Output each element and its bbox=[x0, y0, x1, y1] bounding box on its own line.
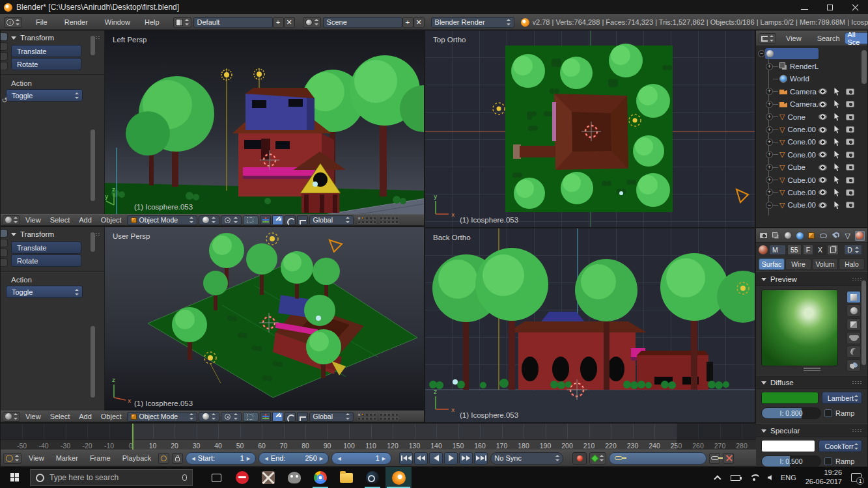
tab-constraints[interactable] bbox=[819, 231, 828, 241]
taskbar-app-explorer[interactable] bbox=[333, 467, 359, 488]
renderability-camera-icon[interactable] bbox=[846, 164, 854, 170]
close-button[interactable] bbox=[852, 4, 859, 11]
outliner-item-name[interactable]: Camera. bbox=[790, 100, 819, 108]
auto-keyframe-button[interactable] bbox=[572, 452, 587, 465]
outliner-row[interactable]: +▽Cone.00 bbox=[756, 136, 861, 148]
renderability-camera-icon[interactable] bbox=[846, 177, 854, 183]
outliner-row[interactable]: −Scene bbox=[756, 47, 861, 60]
outliner-row[interactable]: +▽Cone.00 bbox=[756, 123, 861, 135]
tray-expand-icon[interactable] bbox=[714, 475, 721, 482]
specular-shader-select[interactable]: CookTorr bbox=[819, 440, 862, 452]
tab-material[interactable] bbox=[855, 231, 865, 241]
play-button[interactable] bbox=[444, 452, 458, 465]
new-material-button[interactable] bbox=[827, 245, 839, 255]
maximize-button[interactable] bbox=[826, 4, 833, 11]
menu-render[interactable]: Render bbox=[60, 18, 92, 26]
expander-icon[interactable]: + bbox=[766, 189, 773, 196]
visibility-eye-icon[interactable] bbox=[819, 177, 827, 183]
timeline-ruler[interactable]: -50-40-30-20-100102030405060708090100110… bbox=[1, 424, 756, 451]
transform-panel-header[interactable]: Transform bbox=[1, 31, 104, 44]
current-frame-indicator[interactable] bbox=[132, 424, 133, 451]
expander-icon[interactable]: + bbox=[766, 63, 773, 70]
menu-select[interactable]: Select bbox=[46, 413, 74, 420]
prev-keyframe-button[interactable] bbox=[414, 452, 428, 465]
transform-orientation-select[interactable]: Global bbox=[309, 215, 354, 225]
preview-world-button[interactable] bbox=[847, 359, 861, 372]
delete-layout-button[interactable]: ✕ bbox=[284, 17, 295, 28]
renderability-camera-icon[interactable] bbox=[846, 88, 854, 95]
selectability-cursor-icon[interactable] bbox=[833, 163, 840, 171]
transform-panel-header[interactable]: Transform bbox=[1, 227, 104, 241]
manipulator-translate-button[interactable] bbox=[272, 412, 283, 422]
outliner-row[interactable]: −▽Cube.00 bbox=[756, 199, 861, 211]
tab-scene[interactable] bbox=[783, 231, 792, 241]
visibility-eye-icon[interactable] bbox=[819, 127, 827, 133]
visibility-eye-icon[interactable] bbox=[819, 165, 827, 170]
screen-layout-field[interactable]: Default bbox=[193, 17, 273, 28]
keying-set-type[interactable] bbox=[589, 452, 606, 465]
expander-icon[interactable]: + bbox=[766, 164, 773, 171]
outliner-item-name[interactable]: Cube bbox=[787, 163, 805, 171]
renderability-camera-icon[interactable] bbox=[846, 101, 854, 107]
menu-add[interactable]: Add bbox=[75, 413, 96, 420]
visibility-eye-icon[interactable] bbox=[819, 88, 827, 94]
outliner-display-filter[interactable]: All Sce bbox=[845, 33, 867, 44]
manipulator-rotate-button[interactable] bbox=[285, 412, 296, 422]
outliner-row[interactable]: +Camera bbox=[756, 85, 861, 98]
outliner-item-name[interactable]: Cube.00 bbox=[787, 176, 815, 184]
tab-halo[interactable]: Halo bbox=[839, 258, 865, 270]
tab-render-layers[interactable] bbox=[770, 231, 780, 241]
shelf-tab[interactable] bbox=[1, 62, 8, 70]
visibility-eye-icon[interactable] bbox=[819, 102, 827, 107]
visibility-eye-icon[interactable] bbox=[819, 114, 827, 120]
snap-button[interactable] bbox=[243, 412, 259, 422]
viewport-canvas-left-persp[interactable]: z y Left Persp (1) Icosphere.053 bbox=[105, 31, 424, 214]
selectability-cursor-icon[interactable] bbox=[833, 176, 840, 184]
tab-object[interactable] bbox=[807, 231, 817, 241]
outliner-item-name[interactable]: Cone.00 bbox=[787, 151, 815, 159]
shelf-scrollbar[interactable] bbox=[91, 129, 95, 201]
tab-modifiers[interactable] bbox=[831, 231, 841, 241]
outliner-row[interactable]: +▽Cone bbox=[756, 111, 861, 123]
insert-keyframe-button[interactable] bbox=[709, 453, 720, 464]
task-view-button[interactable] bbox=[203, 467, 229, 488]
screen-layout-browser[interactable] bbox=[173, 17, 191, 28]
preview-hair-button[interactable] bbox=[847, 346, 861, 358]
expander-icon[interactable]: + bbox=[766, 88, 773, 95]
scene-browser[interactable] bbox=[303, 17, 321, 28]
viewport-canvas-back-ortho[interactable]: z x Back Ortho (1) Icosphere.053 bbox=[425, 228, 755, 422]
expander-icon[interactable]: + bbox=[766, 101, 773, 108]
rotate-button[interactable]: Rotate bbox=[11, 58, 81, 70]
wifi-icon[interactable] bbox=[749, 474, 759, 481]
menu-view[interactable]: View bbox=[24, 454, 49, 462]
outliner-row[interactable]: +RenderL bbox=[756, 60, 861, 72]
play-reverse-button[interactable] bbox=[429, 452, 443, 465]
start-frame-field[interactable]: ◂ Start: 1 ▸ bbox=[186, 452, 256, 465]
outliner-row[interactable]: +Camera. bbox=[756, 98, 861, 111]
viewport-shading-select[interactable] bbox=[199, 412, 219, 422]
visibility-eye-icon[interactable] bbox=[819, 202, 827, 208]
menu-file[interactable]: File bbox=[31, 18, 52, 26]
menu-view[interactable]: View bbox=[21, 216, 45, 224]
outliner-item-name[interactable]: Cube.00 bbox=[787, 201, 815, 209]
selectability-cursor-icon[interactable] bbox=[833, 126, 840, 133]
editor-type-selector[interactable]: i bbox=[4, 17, 22, 28]
taskbar-app-chrome[interactable] bbox=[307, 467, 333, 488]
viewport-canvas-top-ortho[interactable]: y x Top Ortho (1) Icosphere.053 bbox=[425, 31, 755, 227]
manipulator-scale-button[interactable] bbox=[297, 215, 308, 225]
menu-window[interactable]: Window bbox=[100, 18, 135, 26]
menu-help[interactable]: Help bbox=[140, 18, 164, 26]
data-link-select[interactable]: D bbox=[844, 245, 862, 255]
end-frame-field[interactable]: ◂ End: 250 ▸ bbox=[259, 452, 329, 465]
menu-object[interactable]: Object bbox=[97, 216, 126, 224]
renderability-camera-icon[interactable] bbox=[846, 139, 854, 145]
add-scene-button[interactable]: + bbox=[402, 17, 413, 28]
shelf-tab[interactable] bbox=[1, 239, 8, 247]
outliner-item-name[interactable]: RenderL bbox=[790, 62, 819, 70]
preview-resize-handle[interactable] bbox=[804, 368, 820, 371]
tab-world[interactable] bbox=[794, 231, 804, 241]
outliner-item-name[interactable]: Cone bbox=[787, 113, 805, 121]
mode-select[interactable]: Object Mode bbox=[127, 215, 197, 225]
renderability-camera-icon[interactable] bbox=[846, 114, 854, 120]
properties-scrollbar[interactable] bbox=[861, 280, 866, 365]
